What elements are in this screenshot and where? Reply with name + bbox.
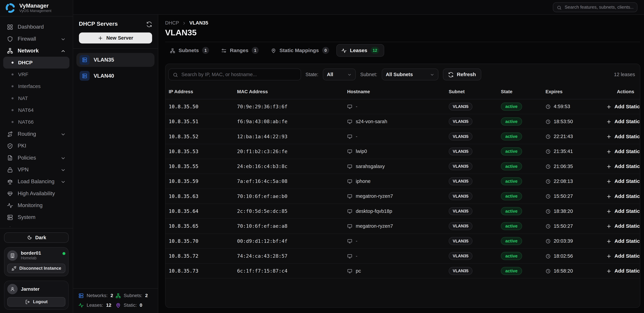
lease-expires: 15:50:27 — [546, 193, 600, 199]
network-icon — [116, 293, 121, 298]
sidebar-item-pki[interactable]: PKI — [3, 140, 70, 152]
server-name: VLAN40 — [94, 73, 114, 79]
add-static-button[interactable]: Add Static — [606, 133, 640, 139]
panel-refresh-icon[interactable] — [146, 20, 152, 27]
tab-subnets[interactable]: Subnets1 — [165, 44, 214, 57]
add-static-button[interactable]: Add Static — [606, 223, 640, 229]
filter-bar: State: All Subnet: All Subnets Refre — [166, 64, 640, 84]
lease-expires: 18:38:20 — [546, 208, 600, 214]
lease-expires: 18:02:56 — [546, 253, 600, 259]
global-search-input[interactable] — [565, 4, 634, 10]
add-static-button[interactable]: Add Static — [606, 178, 640, 184]
add-static-button[interactable]: Add Static — [606, 104, 640, 110]
add-static-button[interactable]: Add Static — [606, 208, 640, 214]
tab-static-mappings[interactable]: Static Mappings0 — [266, 44, 334, 57]
sidebar-item-label: Monitoring — [18, 202, 42, 208]
tab-leases[interactable]: Leases12 — [336, 44, 384, 57]
logout-button[interactable]: Logout — [7, 297, 66, 307]
breadcrumb-root[interactable]: DHCP — [165, 20, 179, 26]
sidebar-item-dashboard[interactable]: Dashboard — [3, 21, 70, 33]
sidebar-item-network[interactable]: Network — [3, 45, 70, 56]
global-search[interactable] — [553, 2, 638, 12]
stat-static: Static:0 — [116, 303, 152, 308]
table-row: 10.8.35.5070:9e:29:36:f3:6f-VLAN35active… — [166, 99, 640, 114]
add-static-button[interactable]: Add Static — [606, 119, 640, 124]
sidebar-item-policies[interactable]: Policies — [3, 152, 70, 164]
tab-ranges[interactable]: Ranges1 — [216, 44, 264, 57]
plus-icon — [606, 119, 612, 124]
chevron-down-icon — [60, 131, 66, 137]
sidebar-subitem-label: VRF — [18, 71, 28, 77]
sidebar-item-monitoring[interactable]: Monitoring — [3, 199, 70, 211]
lease-mac: 74:24:ca:43:28:57 — [234, 249, 344, 264]
col-ip: IP Address — [166, 84, 234, 99]
stat-label: Networks: — [87, 293, 108, 298]
plus-icon — [98, 35, 103, 41]
main-content: DHCP VLAN35 VLAN35 Subnets1Ranges1Static… — [158, 15, 644, 313]
sidebar-item-vpn[interactable]: VPN — [3, 164, 70, 175]
theme-toggle-button[interactable]: Dark — [4, 233, 68, 243]
table-row: 10.8.35.5524:eb:16:c4:b3:8csarahsgalaxyV… — [166, 159, 640, 174]
file-text-icon — [7, 154, 13, 161]
state-badge: active — [501, 192, 522, 200]
chevron-down-icon — [347, 72, 352, 77]
add-static-button[interactable]: Add Static — [606, 148, 640, 154]
subnet-filter-value: All Subnets — [386, 72, 413, 77]
add-static-button[interactable]: Add Static — [606, 163, 640, 169]
server-item-vlan40[interactable]: VLAN40 — [76, 69, 154, 83]
add-static-button[interactable]: Add Static — [606, 193, 640, 199]
app-subtitle: VyOS Management — [19, 9, 52, 13]
sidebar-item-settings[interactable]: Settings — [3, 223, 70, 227]
subnet-filter-select[interactable]: All Subnets — [382, 68, 438, 80]
add-static-button[interactable]: Add Static — [606, 253, 640, 259]
add-static-button[interactable]: Add Static — [606, 268, 640, 274]
add-static-button[interactable]: Add Static — [606, 238, 640, 244]
plus-icon — [606, 133, 612, 139]
sidebar-subitem-dhcp[interactable]: DHCP — [3, 57, 70, 68]
sidebar-item-system[interactable]: System — [3, 211, 70, 223]
lease-mac: 00:d9:d1:12:bf:4f — [234, 234, 344, 249]
subnet-badge: VLAN35 — [449, 162, 472, 170]
server-item-vlan35[interactable]: VLAN35 — [76, 53, 154, 67]
clock-icon — [546, 133, 551, 139]
disconnect-instance-button[interactable]: Disconnect Instance — [7, 264, 66, 273]
lease-search-input[interactable] — [182, 72, 296, 77]
lease-search[interactable] — [168, 68, 301, 80]
lease-expires: 21:35:41 — [546, 149, 600, 154]
sidebar-nav: DashboardFirewallNetworkDHCPVRFInterface… — [0, 16, 73, 228]
sidebar-item-routing[interactable]: Routing — [3, 128, 70, 140]
stat-value: 2 — [145, 293, 148, 298]
table-row: 10.8.35.736c:1f:f7:15:87:c4pcVLAN35activ… — [166, 264, 640, 278]
sidebar-subitem-nat[interactable]: NAT — [3, 92, 70, 104]
clock-icon — [546, 193, 551, 199]
tab-label: Ranges — [230, 47, 248, 53]
bullet-dot — [12, 109, 14, 111]
lease-hostname: desktop-fqvb18p — [347, 208, 442, 214]
plus-icon — [606, 238, 612, 244]
server-icon — [80, 71, 90, 81]
sidebar-subitem-nat66[interactable]: NAT66 — [3, 116, 70, 128]
chevron-down-icon — [60, 178, 66, 185]
sidebar-subitem-nat64[interactable]: NAT64 — [3, 104, 70, 116]
stat-value: 2 — [110, 293, 113, 298]
state-badge: active — [501, 132, 522, 141]
sidebar-item-load-balancing[interactable]: Load Balancing — [3, 176, 70, 187]
table-row: 10.8.35.6570:10:6f:ef:ae:a8megatron-ryze… — [166, 219, 640, 234]
state-filter-select[interactable]: All — [323, 68, 356, 80]
sidebar-item-firewall[interactable]: Firewall — [3, 33, 70, 45]
clock-icon — [546, 178, 551, 184]
lease-ip: 10.8.35.72 — [166, 249, 234, 264]
refresh-button[interactable]: Refresh — [443, 68, 481, 80]
clock-icon — [546, 238, 551, 244]
state-badge: active — [501, 252, 522, 260]
sidebar-subitem-interfaces[interactable]: Interfaces — [3, 80, 70, 92]
new-server-button[interactable]: New Server — [79, 32, 152, 43]
sidebar-item-high-availability[interactable]: High Availability — [3, 187, 70, 199]
sidebar-subitem-vrf[interactable]: VRF — [3, 68, 70, 80]
table-row: 10.8.35.6370:10:6f:ef:ae:b0megatron-ryze… — [166, 189, 640, 204]
lease-hostname: - — [347, 104, 442, 109]
tab-label: Leases — [350, 47, 368, 53]
server-name: VLAN35 — [94, 57, 114, 63]
sidebar-item-label: Policies — [18, 155, 36, 161]
state-badge: active — [501, 207, 522, 215]
